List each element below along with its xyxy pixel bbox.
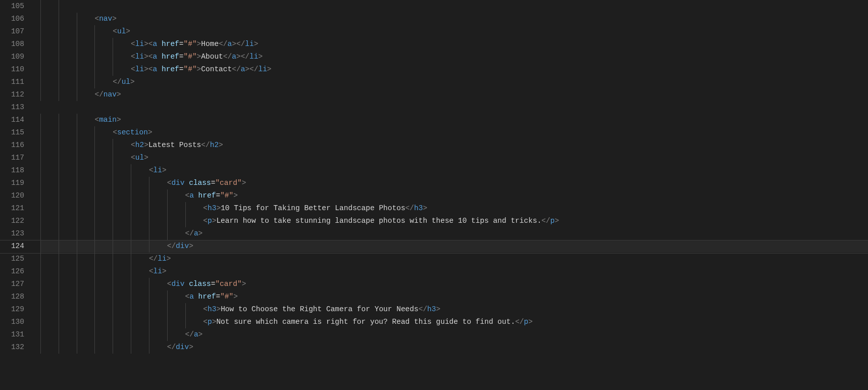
code-line[interactable]: <main> (40, 114, 868, 126)
token-pn: >< (144, 65, 152, 73)
line-number[interactable]: 115 (0, 126, 24, 139)
line-number[interactable]: 109 (0, 51, 24, 63)
token-pn: </ (541, 217, 550, 225)
token-pn: > (148, 128, 152, 136)
line-number[interactable]: 120 (0, 189, 24, 202)
token-tag: a (153, 53, 158, 61)
code-line[interactable]: <h3>How to Choose the Right Camera for Y… (40, 303, 868, 316)
token-tag: p (524, 318, 529, 326)
line-number[interactable]: 114 (0, 114, 24, 126)
line-number-gutter[interactable]: 1051061071081091101111121131141151161171… (0, 0, 36, 390)
code-line[interactable]: <h3>10 Tips for Taking Better Landscape … (40, 202, 868, 215)
code-line[interactable]: <li> (40, 164, 868, 177)
token-pn: < (203, 217, 208, 225)
line-number[interactable]: 126 (0, 265, 24, 278)
token-pn: < (203, 204, 208, 212)
code-line[interactable]: <li><a href="#">About</a></li> (40, 51, 868, 63)
code-line[interactable]: <p>Not sure which camera is right for yo… (40, 316, 868, 328)
line-number[interactable]: 107 (0, 25, 24, 38)
code-line[interactable]: <div class="card"> (40, 278, 868, 290)
token-pn: < (94, 116, 99, 124)
token-eq: = (179, 40, 184, 48)
line-number[interactable]: 119 (0, 177, 24, 189)
code-line[interactable]: <a href="#"> (40, 189, 868, 202)
token-txt: 10 Tips for Taking Better Landscape Phot… (221, 204, 405, 212)
code-line[interactable]: <ul> (40, 152, 868, 164)
token-tag: li (245, 40, 253, 48)
token-pn: > (242, 280, 246, 288)
code-line[interactable]: <li><a href="#">Home</a></li> (40, 38, 868, 51)
token-str: "#" (220, 191, 233, 200)
code-line[interactable]: </a> (40, 227, 868, 240)
line-number[interactable]: 105 (0, 0, 24, 13)
line-number[interactable]: 113 (0, 101, 24, 114)
token-txt (157, 65, 162, 73)
code-line[interactable]: </li> (40, 253, 868, 265)
code-line[interactable]: <a href="#"> (40, 290, 868, 303)
line-number[interactable]: 128 (0, 290, 24, 303)
line-number[interactable]: 122 (0, 215, 24, 227)
line-number[interactable]: 116 (0, 139, 24, 152)
line-number[interactable]: 130 (0, 316, 24, 328)
line-number[interactable]: 132 (0, 341, 24, 354)
token-pn: </ (419, 305, 427, 313)
code-line[interactable]: <li> (40, 265, 868, 278)
code-line[interactable]: <ul> (40, 25, 868, 38)
line-number[interactable]: 117 (0, 152, 24, 164)
line-number[interactable]: 108 (0, 38, 24, 51)
line-number[interactable]: 127 (0, 278, 24, 290)
code-line[interactable] (40, 0, 868, 13)
token-tag: h2 (135, 141, 144, 149)
token-pn: </ (167, 343, 176, 351)
code-line[interactable]: <div class="card"> (40, 177, 868, 189)
token-attr: href (198, 191, 216, 200)
token-pn: > (198, 229, 203, 237)
code-line[interactable]: </a> (40, 328, 868, 341)
token-tag: li (135, 65, 144, 73)
token-txt (194, 191, 198, 200)
code-line[interactable]: <section> (40, 126, 868, 139)
line-number[interactable]: 110 (0, 63, 24, 76)
line-number[interactable]: 112 (0, 88, 24, 101)
code-area[interactable]: <nav> <ul> <li><a href="#">Home</a></li>… (36, 0, 868, 390)
token-pn: < (131, 40, 135, 48)
token-pn: > (144, 154, 148, 162)
token-pn: </ (185, 330, 194, 338)
token-eq: = (179, 65, 184, 73)
line-number[interactable]: 123 (0, 227, 24, 240)
token-pn: > (189, 242, 193, 250)
line-number[interactable]: 129 (0, 303, 24, 316)
token-pn: < (203, 318, 208, 326)
code-editor[interactable]: 1051061071081091101111121131141151161171… (0, 0, 868, 390)
token-tag: nav (104, 90, 117, 99)
token-tag: h3 (208, 305, 216, 313)
token-txt (185, 280, 189, 288)
line-number[interactable]: 125 (0, 253, 24, 265)
line-number[interactable]: 131 (0, 328, 24, 341)
line-number[interactable]: 111 (0, 76, 24, 88)
token-pn: </ (94, 90, 103, 99)
line-number[interactable]: 106 (0, 13, 24, 25)
token-pn: > (242, 179, 246, 187)
token-txt: How to Choose the Right Camera for Your … (221, 305, 419, 313)
code-line[interactable]: </div> (40, 341, 868, 354)
line-number[interactable]: 118 (0, 164, 24, 177)
line-number[interactable]: 124 (0, 240, 24, 253)
token-pn: > (423, 204, 427, 212)
code-line[interactable]: </ul> (40, 76, 868, 88)
token-pn: < (131, 65, 135, 73)
token-pn: > (130, 78, 135, 86)
code-line[interactable]: <p>Learn how to take stunning landscape … (40, 215, 868, 227)
code-line[interactable]: </nav> (40, 88, 868, 101)
code-line[interactable]: <nav> (40, 13, 868, 25)
code-line[interactable]: </div> (40, 240, 868, 253)
token-pn: > (233, 292, 238, 301)
token-pn: > (267, 65, 272, 73)
code-line[interactable]: <h2>Latest Posts</h2> (40, 139, 868, 152)
token-eq: = (179, 53, 184, 61)
token-pn: >< (144, 53, 152, 61)
code-line[interactable]: <li><a href="#">Contact</a></li> (40, 63, 868, 76)
token-eq: = (216, 191, 220, 200)
code-line[interactable] (40, 101, 868, 114)
line-number[interactable]: 121 (0, 202, 24, 215)
